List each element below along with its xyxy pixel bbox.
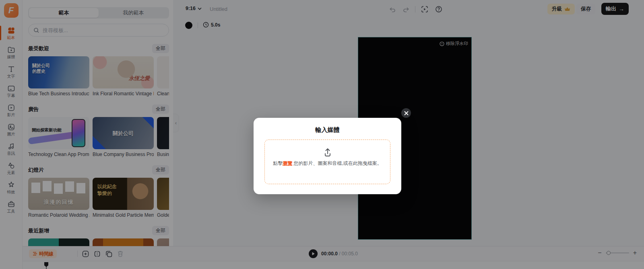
upload-dropzone[interactable]: 點擊瀏覽 您的影片、圖案和音檔,或在此拖曳檔案。: [264, 140, 390, 184]
modal-title: 輸入媒體: [254, 126, 401, 134]
upload-instructions: 點擊瀏覽 您的影片、圖案和音檔,或在此拖曳檔案。: [267, 160, 388, 167]
upload-icon: [322, 147, 333, 158]
close-icon: [404, 111, 409, 115]
modal-close-button[interactable]: [401, 108, 411, 118]
browse-link[interactable]: 瀏覽: [283, 160, 292, 166]
instruction-suffix: 您的影片、圖案和音檔,或在此拖曳檔案。: [292, 160, 382, 166]
import-media-modal: 輸入媒體 點擊瀏覽 您的影片、圖案和音檔,或在此拖曳檔案。: [254, 118, 401, 194]
instruction-prefix: 點擊: [273, 160, 283, 166]
